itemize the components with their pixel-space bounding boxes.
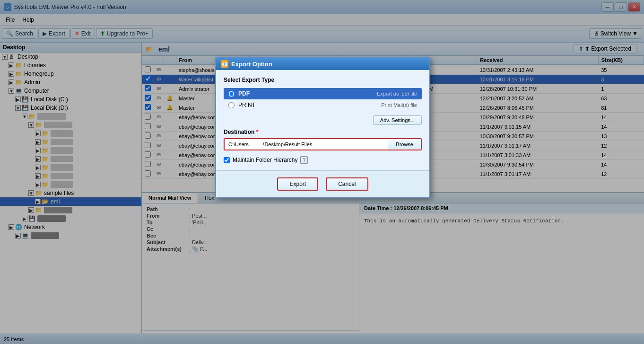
cancel-button[interactable]: Cancel <box>326 177 368 191</box>
dialog-title-bar: 📧 Export Option <box>216 58 429 70</box>
dialog-title-icon: 📧 <box>221 60 228 68</box>
dialog-title-text: Export Option <box>231 61 272 68</box>
print-label[interactable]: PRINT <box>238 102 377 108</box>
export-option-pdf[interactable]: PDF Export as .pdf file <box>224 88 422 99</box>
destination-input-row: Browse <box>224 138 422 150</box>
modal-overlay: 📧 Export Option Select Export Type PDF E… <box>0 0 644 344</box>
maintain-folder-checkbox[interactable] <box>224 157 230 163</box>
export-button[interactable]: Export <box>277 177 318 191</box>
export-option-print[interactable]: PRINT Print Mail(s) file <box>224 99 422 111</box>
maintain-folder-label[interactable]: Maintain Folder Hierarchy <box>233 157 297 163</box>
select-export-type-label: Select Export Type <box>224 77 422 83</box>
help-icon[interactable]: ? <box>300 156 308 164</box>
destination-section: Destination * Browse <box>224 129 422 150</box>
advanced-settings-button[interactable]: Adv. Settings... <box>373 115 422 125</box>
destination-label: Destination * <box>224 129 422 135</box>
radio-pdf[interactable] <box>228 91 235 97</box>
browse-button[interactable]: Browse <box>388 139 421 150</box>
print-description: Print Mail(s) file <box>381 102 417 108</box>
radio-print[interactable] <box>228 102 235 108</box>
dialog-footer: Export Cancel <box>216 170 429 197</box>
pdf-description: Export as .pdf file <box>377 91 417 97</box>
destination-input[interactable] <box>225 139 388 150</box>
maintain-folder-row: Maintain Folder Hierarchy ? <box>224 156 422 164</box>
advanced-settings-row: Adv. Settings... <box>224 115 422 125</box>
required-indicator: * <box>256 129 259 135</box>
pdf-label[interactable]: PDF <box>238 90 373 97</box>
dialog-content: Select Export Type PDF Export as .pdf fi… <box>216 70 429 170</box>
export-dialog: 📧 Export Option Select Export Type PDF E… <box>215 57 430 198</box>
